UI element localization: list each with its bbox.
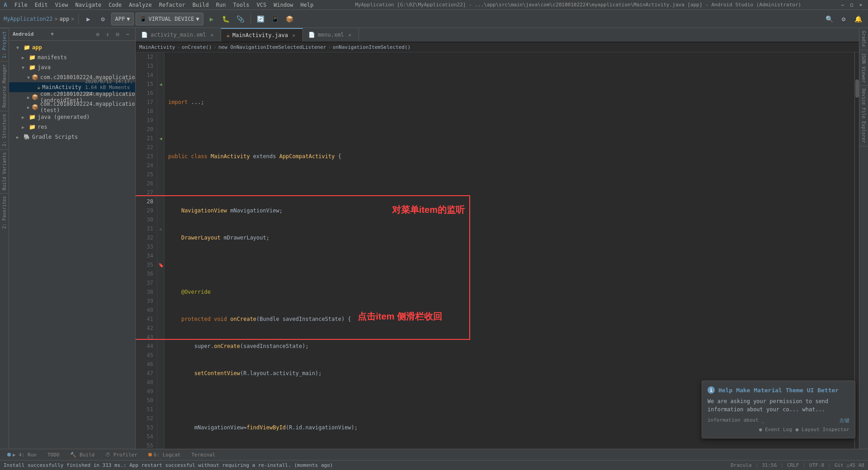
menu-vcs[interactable]: VCS (253, 1, 270, 9)
tab-build[interactable]: 🔨 Build (66, 449, 98, 461)
tab-project[interactable]: 1: Project (0, 28, 9, 61)
tab-activity-main-xml[interactable]: 📄 activity_main.xml ✕ (136, 28, 221, 42)
tab-gradle[interactable]: Gradle (859, 28, 868, 50)
package-icon: 📦 (32, 94, 38, 100)
tab-build-variants[interactable]: Build Variants (0, 149, 9, 193)
settings-button[interactable]: ⚙ (837, 13, 850, 25)
tab-favorites[interactable]: 2: Favorites (0, 193, 9, 231)
tab-menu-xml[interactable]: 📄 menu.xml ✕ (303, 28, 359, 42)
tab-resource-manager[interactable]: Resource Manager (0, 61, 9, 110)
code-line-17: NavigationView mNavigationView; (168, 206, 851, 215)
tree-item-res[interactable]: ▶ 📁 res (9, 122, 135, 132)
minimize-button[interactable]: — (839, 1, 846, 9)
status-git: Git △45 A8 (835, 462, 864, 468)
tab-logcat[interactable]: 6: Logcat (145, 449, 184, 461)
item-label: Gradle Scripts (32, 134, 78, 140)
event-log-link[interactable]: ● Event Log (759, 427, 792, 432)
layout-inspector-link[interactable]: ● Layout Inspector (796, 427, 849, 432)
notification-actions: ● Event Log ● Layout Inspector (708, 427, 849, 432)
notification-header: i Help Make Material Theme UI Better (708, 386, 849, 394)
menu-build[interactable]: Build (189, 1, 212, 9)
breadcrumb-method2[interactable]: new OnNavigationItemSelectedListener (218, 44, 326, 50)
tab-close-button[interactable]: ✕ (209, 32, 215, 38)
build-label: 🔨 Build (70, 452, 94, 458)
collapse-icon[interactable]: ⊟ (113, 30, 122, 38)
navigation-breadcrumb: MainActivity › onCreate() › new OnNaviga… (136, 42, 859, 52)
code-line-21: protected void onCreate(Bundle savedInst… (168, 315, 851, 324)
expand-icon[interactable]: ↕ (104, 30, 112, 38)
status-position[interactable]: 31:56 (762, 462, 777, 468)
tab-run[interactable]: ▶ 4: Run (4, 449, 40, 461)
tab-json-viewer[interactable]: JSON Viewer (859, 50, 868, 86)
expand-arrow: ▼ (22, 65, 27, 70)
breadcrumb-method1[interactable]: onCreate() (182, 44, 212, 50)
xml-icon: 📄 (141, 32, 148, 38)
tab-profiler[interactable]: ⏱ Profiler (102, 449, 141, 461)
tab-todo[interactable]: TODO (44, 449, 63, 461)
menu-analyze[interactable]: Analyze (125, 1, 156, 9)
tab-device-file-explorer[interactable]: Device File Explorer (859, 86, 868, 146)
search-everywhere[interactable]: 🔍 (823, 13, 835, 25)
tab-close-button[interactable]: ✕ (291, 32, 297, 38)
tab-terminal[interactable]: Terminal (188, 449, 219, 461)
sdk-button[interactable]: 📦 (283, 13, 296, 25)
menu-navigate[interactable]: Navigate (72, 1, 105, 9)
device-selector[interactable]: 📱 VIRTUAL DEVICE ▼ (136, 13, 203, 25)
folder-icon: 📁 (29, 54, 36, 61)
run-label: ▶ 4: Run (13, 452, 37, 458)
package-icon: 📦 (32, 104, 38, 110)
tree-item-app[interactable]: ▼ 📁 app (9, 42, 135, 52)
status-bar: Install successfully finished in 313 ms.… (0, 460, 868, 470)
tab-mainactivity-java[interactable]: ☕ MainActivity.java ✕ (221, 28, 303, 42)
more-icon[interactable]: ⋯ (123, 30, 132, 38)
menu-refactor[interactable]: Refactor (156, 1, 189, 9)
tree-item-manifests[interactable]: ▶ 📁 manifests (9, 52, 135, 62)
sidebar-header: Android ▼ ⚙ ↕ ⊟ ⋯ (9, 28, 135, 41)
gear-icon[interactable]: ⚙ (94, 30, 102, 38)
tab-structure[interactable]: 2: Structure (0, 111, 9, 149)
android-dropdown[interactable]: ▼ (51, 31, 54, 37)
folder-icon: 📁 (29, 64, 36, 70)
app-selector[interactable]: APP ▼ (111, 13, 134, 25)
run-config-icon[interactable]: ⚙ (97, 13, 109, 25)
menu-view[interactable]: View (52, 1, 72, 9)
menu-edit[interactable]: Edit (31, 1, 52, 9)
run-button[interactable]: ▶ (205, 13, 218, 25)
notifications-button[interactable]: 🔔 (852, 13, 864, 25)
run-targets-icon[interactable]: ▶ (82, 13, 95, 25)
status-encoding[interactable]: CRLF (787, 462, 799, 468)
tree-item-test[interactable]: ▶ 📦 com.c20180102224.myapplication (test… (9, 102, 135, 112)
status-filetype[interactable]: UTF-8 (809, 462, 824, 468)
sync-button[interactable]: 🔄 (255, 13, 267, 25)
tree-item-gradle[interactable]: ▶ 🐘 Gradle Scripts (9, 132, 135, 142)
breadcrumb-class[interactable]: MainActivity (139, 44, 175, 50)
avd-button[interactable]: 📱 (269, 13, 282, 25)
menu-code[interactable]: Code (105, 1, 125, 9)
menu-window[interactable]: Window (270, 1, 297, 9)
debug-button[interactable]: 🐛 (220, 13, 232, 25)
code-line-19 (168, 260, 851, 269)
menu-tools[interactable]: Tools (229, 1, 253, 9)
tab-label: MainActivity.java (232, 32, 288, 38)
expand-arrow: ▶ (22, 115, 27, 120)
tree-item-java-gen[interactable]: ▶ 📁 java (generated) (9, 112, 135, 122)
gradle-icon: 🐘 (24, 134, 30, 140)
package-icon: 📦 (32, 74, 38, 80)
status-theme[interactable]: Dracula (731, 462, 751, 468)
breadcrumb-module[interactable]: app (60, 16, 70, 22)
tree-item-java[interactable]: ▼ 📁 java (9, 62, 135, 72)
notification-action[interactable]: 左键 (840, 417, 849, 424)
close-button[interactable]: ✕ (857, 1, 864, 9)
project-sidebar: Android ▼ ⚙ ↕ ⊟ ⋯ ▼ 📁 app ▶ 📁 (9, 28, 136, 449)
menu-run[interactable]: Run (212, 1, 230, 9)
breadcrumb-project[interactable]: MyApplication22 (4, 16, 52, 22)
maximize-button[interactable]: □ (848, 1, 855, 9)
menu-help[interactable]: Help (297, 1, 317, 9)
attach-button[interactable]: 📎 (234, 13, 247, 25)
breadcrumb: MyApplication22 > app > (4, 16, 75, 22)
right-panel-tabs: Gradle JSON Viewer Device File Explorer (859, 28, 868, 449)
breadcrumb-method3[interactable]: onNavigationItemSelected() (333, 44, 410, 50)
menu-file[interactable]: File (11, 1, 31, 9)
scrollbar-thumb[interactable] (855, 80, 859, 98)
tab-close-button[interactable]: ✕ (347, 32, 353, 38)
